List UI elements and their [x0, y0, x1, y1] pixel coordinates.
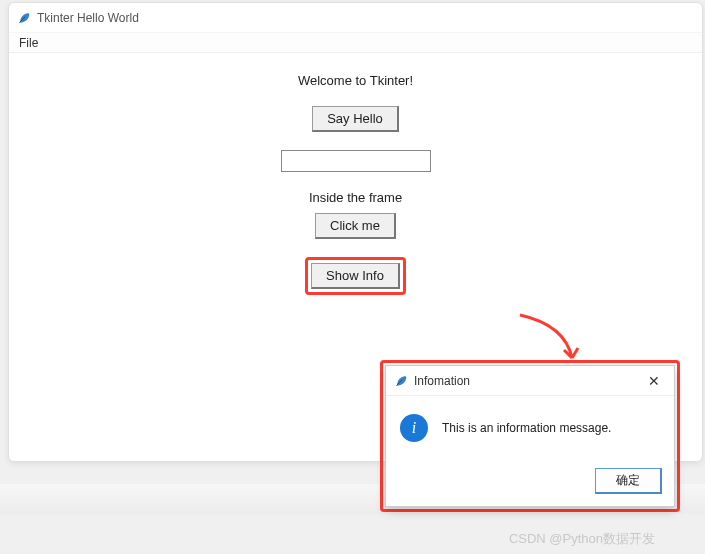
menu-file[interactable]: File: [13, 34, 44, 52]
dialog-message: This is an information message.: [442, 421, 611, 435]
dialog-footer: 确定: [386, 460, 674, 506]
highlight-dialog: Infomation ✕ i This is an information me…: [380, 360, 680, 512]
highlight-show-info: Show Info: [305, 257, 406, 295]
text-entry[interactable]: [281, 150, 431, 172]
info-icon: i: [400, 414, 428, 442]
dialog-titlebar: Infomation ✕: [386, 366, 674, 396]
close-icon[interactable]: ✕: [642, 373, 666, 389]
info-dialog: Infomation ✕ i This is an information me…: [385, 365, 675, 507]
content-area: Welcome to Tkinter! Say Hello Inside the…: [9, 53, 702, 295]
watermark: CSDN @Python数据开发: [509, 530, 655, 548]
dialog-body: i This is an information message.: [386, 396, 674, 460]
frame-label: Inside the frame: [309, 190, 402, 205]
welcome-label: Welcome to Tkinter!: [298, 73, 413, 88]
ok-button[interactable]: 确定: [595, 468, 662, 494]
say-hello-button[interactable]: Say Hello: [312, 106, 399, 132]
dialog-title: Infomation: [414, 374, 642, 388]
titlebar: Tkinter Hello World: [9, 3, 702, 33]
window-title: Tkinter Hello World: [37, 11, 139, 25]
click-me-button[interactable]: Click me: [315, 213, 396, 239]
app-feather-icon: [17, 11, 31, 25]
menubar: File: [9, 33, 702, 53]
dialog-feather-icon: [394, 374, 408, 388]
show-info-button[interactable]: Show Info: [311, 263, 400, 289]
